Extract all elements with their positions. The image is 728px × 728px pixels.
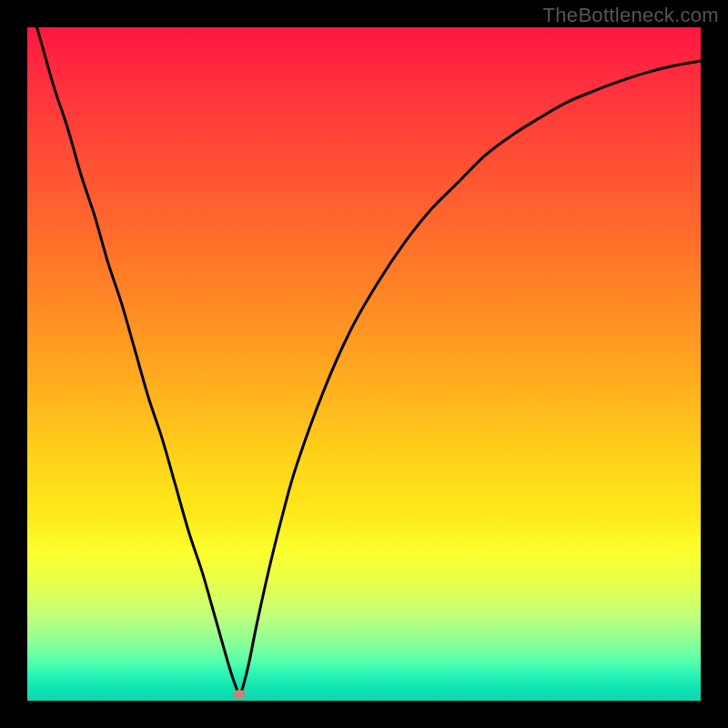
- bottleneck-curve: [27, 27, 701, 694]
- minimum-marker: [233, 690, 246, 699]
- plot-area: [27, 27, 701, 701]
- watermark-text: TheBottleneck.com: [543, 4, 719, 27]
- curve-svg: [27, 27, 701, 701]
- chart-frame: TheBottleneck.com: [0, 0, 728, 728]
